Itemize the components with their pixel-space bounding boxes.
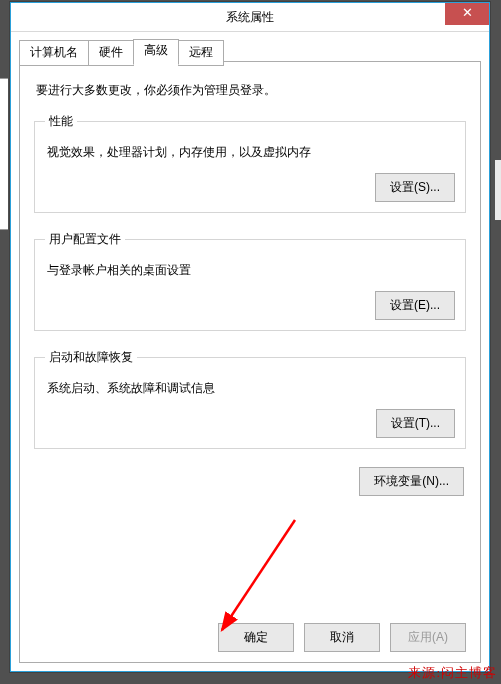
group-startup-recovery: 启动和故障恢复 系统启动、系统故障和调试信息 设置(T)... <box>34 349 466 449</box>
close-button[interactable]: ✕ <box>445 3 489 25</box>
dialog-content: 计算机名 硬件 高级 远程 要进行大多数更改，你必须作为管理员登录。 性能 视觉… <box>19 39 481 663</box>
group-performance-desc: 视觉效果，处理器计划，内存使用，以及虚拟内存 <box>47 144 453 161</box>
tab-strip: 计算机名 硬件 高级 远程 <box>19 39 481 65</box>
dialog-button-row: 确定 取消 应用(A) <box>218 623 466 652</box>
group-startup-recovery-desc: 系统启动、系统故障和调试信息 <box>47 380 453 397</box>
close-icon: ✕ <box>462 5 473 20</box>
group-performance-legend: 性能 <box>45 113 77 130</box>
background-window-strip-right <box>495 160 501 220</box>
user-profiles-settings-button[interactable]: 设置(E)... <box>375 291 455 320</box>
ok-button[interactable]: 确定 <box>218 623 294 652</box>
group-user-profiles-desc: 与登录帐户相关的桌面设置 <box>47 262 453 279</box>
startup-recovery-settings-button[interactable]: 设置(T)... <box>376 409 455 438</box>
group-user-profiles-legend: 用户配置文件 <box>45 231 125 248</box>
group-startup-recovery-legend: 启动和故障恢复 <box>45 349 137 366</box>
group-performance: 性能 视觉效果，处理器计划，内存使用，以及虚拟内存 设置(S)... <box>34 113 466 213</box>
performance-settings-button[interactable]: 设置(S)... <box>375 173 455 202</box>
system-properties-dialog: 系统属性 ✕ 计算机名 硬件 高级 远程 要进行大多数更改，你必须作为管理员登录… <box>10 2 490 672</box>
tab-hardware[interactable]: 硬件 <box>88 40 134 66</box>
watermark-text: 来源:闷主博客 <box>408 664 497 682</box>
tab-panel-advanced: 要进行大多数更改，你必须作为管理员登录。 性能 视觉效果，处理器计划，内存使用，… <box>19 61 481 663</box>
titlebar: 系统属性 ✕ <box>11 3 489 32</box>
tab-computer-name[interactable]: 计算机名 <box>19 40 89 66</box>
cancel-button[interactable]: 取消 <box>304 623 380 652</box>
tab-remote[interactable]: 远程 <box>178 40 224 66</box>
tab-advanced[interactable]: 高级 <box>133 39 179 65</box>
background-window-strip <box>0 78 8 230</box>
group-user-profiles: 用户配置文件 与登录帐户相关的桌面设置 设置(E)... <box>34 231 466 331</box>
apply-button[interactable]: 应用(A) <box>390 623 466 652</box>
environment-variables-button[interactable]: 环境变量(N)... <box>359 467 464 496</box>
admin-notice: 要进行大多数更改，你必须作为管理员登录。 <box>36 82 466 99</box>
window-title: 系统属性 <box>11 3 489 31</box>
